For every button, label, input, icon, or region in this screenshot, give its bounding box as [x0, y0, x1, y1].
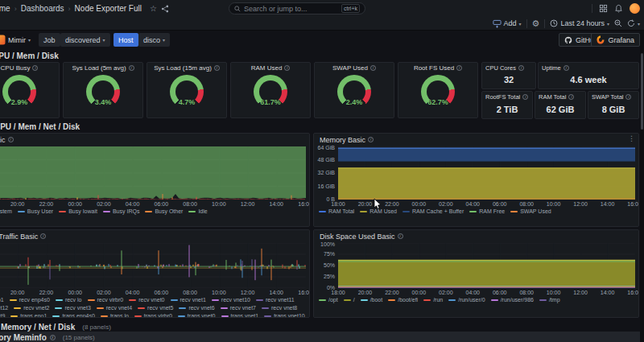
scrollbar-thumb[interactable] — [641, 53, 643, 130]
legend-item[interactable]: recv vnet5 — [138, 305, 173, 311]
row-header-collapsed-cpu[interactable]: ▸ CPU / Memory / Net / Disk (8 panels) — [0, 322, 111, 332]
legend-item[interactable]: SWAP Used — [510, 208, 551, 215]
apps-grid-icon[interactable] — [599, 4, 608, 13]
notification-bell-icon[interactable] — [614, 4, 623, 13]
legend-item[interactable]: RAM Total — [319, 208, 354, 215]
grafana-link-button[interactable]: Grafana — [591, 33, 640, 47]
legend-item[interactable]: /opt — [319, 297, 338, 303]
info-icon[interactable]: i — [522, 94, 528, 100]
legend-item[interactable]: /run/user/986 — [491, 297, 534, 303]
add-button[interactable]: Add ▾ — [493, 19, 522, 28]
scrollbar[interactable] — [640, 31, 644, 342]
panel-title[interactable]: Disk Space Used Basici — [314, 230, 638, 242]
panel-title[interactable]: CPU Busyi — [0, 63, 59, 73]
row-header-collapsed-meminfo[interactable]: ▸ Memory Meminfo i (15 panels) — [0, 332, 644, 342]
legend-item[interactable]: RAM Cache + Buffer — [402, 208, 464, 215]
job-variable-value[interactable]: discovered ▾ — [60, 33, 110, 47]
info-icon[interactable]: i — [398, 233, 403, 239]
legend-item[interactable]: / — [344, 297, 355, 303]
panel-title[interactable]: SWAP Totali — [588, 92, 638, 101]
legend-item[interactable]: recv vnet12 — [0, 305, 8, 311]
info-icon[interactable]: i — [625, 94, 631, 100]
legend-item[interactable]: recv vnet1 — [171, 297, 206, 303]
legend-item[interactable]: recv vnet0 — [129, 297, 164, 303]
p-disk-chart[interactable] — [338, 243, 635, 288]
legend-item[interactable]: recv virbr0 — [88, 297, 124, 303]
legend-item[interactable]: trans enp4s0 — [52, 313, 94, 318]
legend-item[interactable]: recv vnet10 — [212, 297, 250, 303]
panel-title[interactable]: Uptimei — [539, 63, 638, 72]
share-icon[interactable] — [161, 5, 169, 13]
panel-menu-icon[interactable]: ⋮ — [628, 134, 635, 142]
legend-item[interactable]: trans vnet1 — [221, 313, 259, 318]
legend-item[interactable]: Busy Iowait — [59, 208, 97, 215]
legend-item[interactable]: recv vnet7 — [221, 305, 256, 311]
info-icon[interactable]: i — [568, 94, 574, 100]
p-cpu-chart[interactable] — [0, 146, 306, 200]
panel-title[interactable]: CPU Coresi — [482, 63, 535, 72]
favorite-star-icon[interactable]: ☆ — [150, 4, 157, 13]
refresh-button[interactable]: ▾ — [627, 19, 640, 27]
legend-item[interactable]: Busy Other — [145, 208, 183, 215]
legend-item[interactable]: recv vnet6 — [179, 305, 214, 311]
legend-item[interactable]: /tmp — [539, 297, 560, 303]
legend-item[interactable]: recv vnet11 — [256, 297, 295, 303]
panel-title[interactable]: Root FS Usedi — [398, 63, 477, 73]
row-header-basic[interactable]: ▾ Basic CPU / Mem / Net / Disk — [0, 122, 80, 131]
legend-item[interactable]: Busy IRQs — [103, 208, 139, 215]
panel-title[interactable]: RAM Totali — [535, 92, 585, 101]
legend-item[interactable]: trans eno1 — [10, 313, 47, 318]
datasource-picker[interactable]: Mimir ▾ — [8, 33, 31, 47]
breadcrumb-dashboards[interactable]: Dashboards — [21, 4, 64, 13]
legend-item[interactable]: Idle — [188, 208, 207, 215]
legend-item[interactable]: trans virbr0 — [134, 313, 172, 318]
legend-item[interactable]: recv vnet3 — [55, 305, 90, 311]
info-icon[interactable]: i — [8, 137, 14, 142]
user-avatar[interactable] — [630, 3, 640, 14]
legend-item[interactable]: Busy User — [18, 208, 53, 215]
info-icon[interactable]: i — [214, 65, 220, 71]
info-icon[interactable]: i — [284, 65, 290, 71]
legend-item[interactable]: recv vnet8 — [262, 305, 297, 311]
legend-item[interactable]: recv eno1 — [0, 297, 4, 303]
info-icon[interactable]: i — [32, 65, 38, 71]
legend-item[interactable]: Busy System — [0, 208, 12, 215]
settings-gear-icon[interactable]: ⚙ — [532, 19, 540, 28]
legend-item[interactable]: /run/user/0 — [448, 297, 485, 303]
info-icon[interactable]: i — [456, 65, 462, 71]
info-icon[interactable]: i — [368, 137, 374, 142]
panel-title[interactable]: RootFS Totali — [482, 92, 532, 101]
legend-item[interactable]: recv vnet4 — [97, 305, 132, 311]
panel-title[interactable]: Sys Load (5m avg)i — [64, 63, 142, 73]
legend-item[interactable]: recv vnet9 — [0, 313, 5, 318]
breadcrumb-home[interactable]: Home — [0, 4, 10, 13]
legend-item[interactable]: /run — [423, 297, 443, 303]
host-variable-value[interactable]: disco ▾ — [138, 33, 170, 47]
p-mem-chart[interactable] — [338, 146, 635, 200]
legend-item[interactable]: recv vnet2 — [14, 305, 49, 311]
panel-title[interactable]: SWAP Usedi — [315, 63, 394, 73]
legend-item[interactable]: /boot/efi — [388, 297, 418, 303]
info-icon[interactable]: i — [129, 65, 134, 71]
legend-item[interactable]: recv lo — [56, 297, 82, 303]
legend-item[interactable]: trans vnet0 — [178, 313, 216, 318]
time-range-picker[interactable]: Last 24 hours ▾ — [550, 19, 609, 27]
info-icon[interactable]: i — [40, 233, 46, 239]
info-icon[interactable]: i — [370, 65, 376, 71]
zoom-out-icon[interactable] — [614, 19, 622, 27]
legend-item[interactable]: RAM Free — [469, 208, 505, 215]
info-icon[interactable]: i — [518, 65, 524, 71]
panel-title[interactable]: Memory Basici — [314, 134, 638, 146]
panel-title[interactable]: RAM Usedi — [231, 63, 310, 73]
row-header-quick[interactable]: ▾ Quick CPU / Mem / Disk — [0, 51, 59, 60]
info-icon[interactable]: i — [564, 65, 569, 71]
panel-title[interactable]: Network Traffic Basici — [0, 230, 309, 242]
legend-item[interactable]: /boot — [361, 297, 383, 303]
panel-title[interactable]: CPU Basici — [0, 134, 309, 146]
legend-item[interactable]: trans lo — [101, 313, 129, 318]
panel-title[interactable]: Sys Load (15m avg)i — [147, 63, 226, 73]
legend-item[interactable]: trans vnet10 — [264, 313, 305, 318]
p-net-chart[interactable] — [0, 243, 306, 288]
legend-item[interactable]: recv enp4s0 — [10, 297, 50, 303]
search-input[interactable]: Search or jump to... ctrl+k — [229, 2, 365, 14]
